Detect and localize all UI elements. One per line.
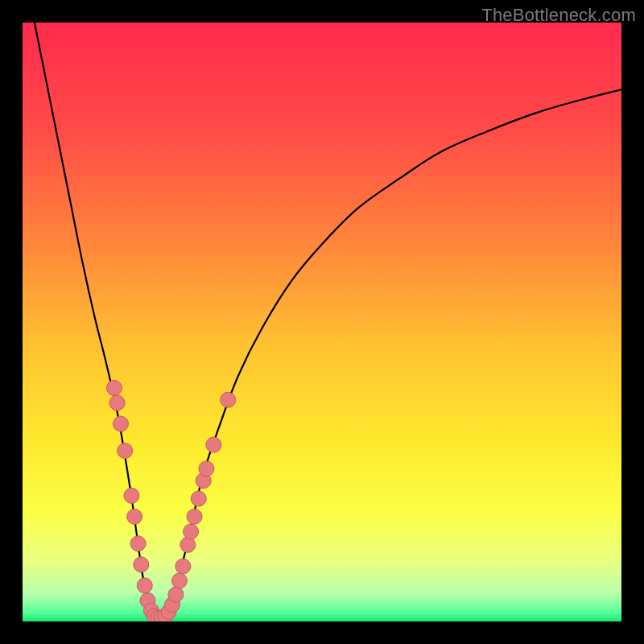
data-point (175, 559, 191, 574)
plot-area (23, 23, 621, 621)
data-point (118, 443, 133, 458)
data-point (171, 573, 187, 588)
data-point (199, 461, 214, 477)
data-point (127, 509, 142, 524)
data-point (168, 587, 184, 602)
data-point (206, 437, 221, 452)
data-point (109, 395, 125, 411)
data-point (130, 536, 146, 551)
chart-svg (23, 23, 621, 621)
watermark-text: TheBottleneck.com (481, 5, 636, 26)
data-point (137, 578, 152, 593)
data-point (184, 524, 199, 539)
data-point (134, 557, 149, 572)
data-point (180, 537, 196, 552)
data-point (106, 380, 122, 395)
gradient-background (23, 23, 621, 621)
data-point (191, 491, 206, 506)
outer-frame: TheBottleneck.com (0, 0, 644, 644)
data-point (221, 392, 236, 407)
data-point (187, 509, 202, 524)
data-point (114, 416, 129, 431)
data-point (124, 488, 139, 503)
